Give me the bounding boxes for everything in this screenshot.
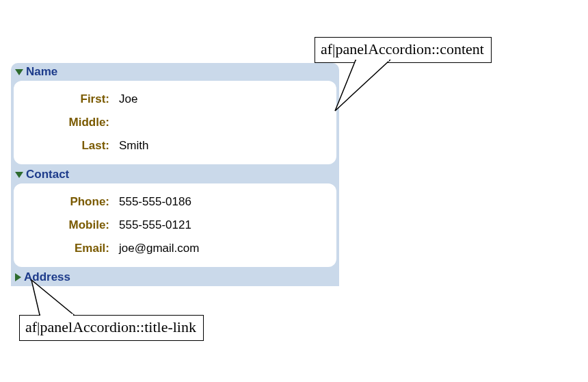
- label-first: First:: [14, 92, 113, 106]
- label-phone: Phone:: [14, 195, 113, 209]
- label-mobile: Mobile:: [14, 218, 113, 232]
- svg-marker-2: [31, 280, 74, 315]
- triangle-down-icon: [15, 69, 23, 75]
- value-last: Smith: [113, 139, 148, 153]
- callout-title-link-tail: [19, 274, 156, 342]
- value-email: joe@gmail.com: [113, 242, 199, 255]
- row-last: Last: Smith: [14, 134, 327, 157]
- section-title-contact: Contact: [26, 168, 69, 181]
- section-header-name[interactable]: Name: [11, 63, 339, 81]
- section-content-contact: Phone: 555-555-0186 Mobile: 555-555-0121…: [14, 183, 336, 267]
- value-phone: 555-555-0186: [113, 195, 191, 209]
- section-title-name: Name: [26, 65, 57, 79]
- section-content-name: First: Joe Middle: Last: Smith: [14, 81, 336, 164]
- value-mobile: 555-555-0121: [113, 218, 191, 232]
- row-middle: Middle:: [14, 111, 327, 134]
- label-last: Last:: [14, 139, 113, 153]
- row-phone: Phone: 555-555-0186: [14, 190, 327, 214]
- label-middle: Middle:: [14, 116, 113, 129]
- callout-title-link: af|panelAccordion::title-link: [19, 315, 204, 341]
- triangle-down-icon: [15, 172, 23, 178]
- value-first: Joe: [113, 92, 137, 106]
- svg-marker-0: [335, 60, 390, 111]
- label-email: Email:: [14, 242, 113, 255]
- row-email: Email: joe@gmail.com: [14, 237, 327, 260]
- callout-content: af|panelAccordion::content: [315, 37, 492, 63]
- row-first: First: Joe: [14, 88, 327, 111]
- row-mobile: Mobile: 555-555-0121: [14, 214, 327, 237]
- panel-accordion: Name First: Joe Middle: Last: Smith Cont…: [11, 63, 339, 286]
- callout-content-tail: [315, 37, 492, 147]
- section-header-contact[interactable]: Contact: [11, 166, 339, 183]
